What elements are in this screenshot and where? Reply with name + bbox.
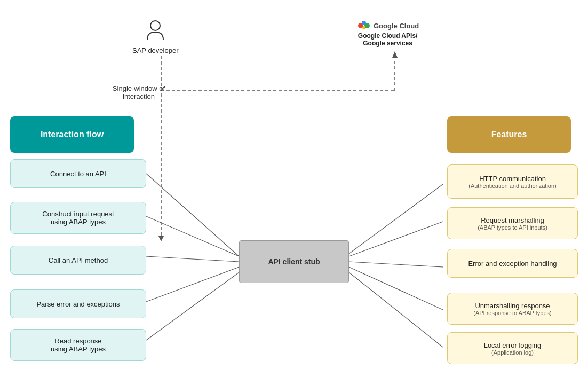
google-cloud-sublabel: Google Cloud APIs/Google services [358, 32, 418, 47]
svg-line-12 [349, 262, 443, 267]
diagram-container: SAP developer Single-window ofinteractio… [0, 0, 588, 392]
person-icon [146, 20, 164, 44]
svg-line-6 [146, 216, 239, 256]
svg-point-19 [362, 26, 365, 29]
google-cloud-logo: Google Cloud [356, 20, 419, 31]
svg-line-9 [146, 272, 239, 340]
left-box-construct-input: Construct input requestusing ABAP types [10, 202, 146, 234]
google-cloud-actor: Google Cloud Google Cloud APIs/Google se… [356, 20, 419, 47]
left-box-call-api: Call an API method [10, 246, 146, 275]
left-box-connect-api: Connect to an API [10, 159, 146, 188]
svg-line-11 [349, 222, 443, 256]
right-box-marshalling: Request marshalling (ABAP types to API i… [447, 207, 578, 239]
right-box-local-logging: Local error logging (Application log) [447, 332, 578, 364]
interaction-flow-badge: Interaction flow [10, 116, 134, 153]
left-box-read-response: Read responseusing ABAP types [10, 329, 146, 361]
svg-marker-4 [392, 51, 398, 58]
svg-line-13 [349, 267, 443, 310]
svg-marker-1 [158, 236, 164, 241]
svg-point-15 [150, 21, 160, 30]
left-box-parse-error: Parse error and exceptions [10, 289, 146, 318]
svg-line-14 [349, 272, 443, 347]
svg-line-7 [146, 256, 239, 262]
right-box-error-handling: Error and exception handling [447, 249, 578, 278]
svg-line-10 [349, 184, 443, 254]
api-client-stub-box: API client stub [239, 240, 349, 283]
right-box-unmarshalling: Unmarshalling response (API response to … [447, 293, 578, 325]
sap-developer-actor: SAP developer [132, 20, 179, 54]
svg-line-8 [146, 267, 239, 302]
single-window-label: Single-window ofinteraction [107, 84, 171, 100]
svg-line-5 [146, 174, 239, 256]
sap-developer-label: SAP developer [132, 46, 179, 54]
right-box-http: HTTP communication (Authentication and a… [447, 164, 578, 199]
google-cloud-brand-text: Google Cloud [374, 22, 419, 30]
features-badge: Features [447, 116, 571, 153]
